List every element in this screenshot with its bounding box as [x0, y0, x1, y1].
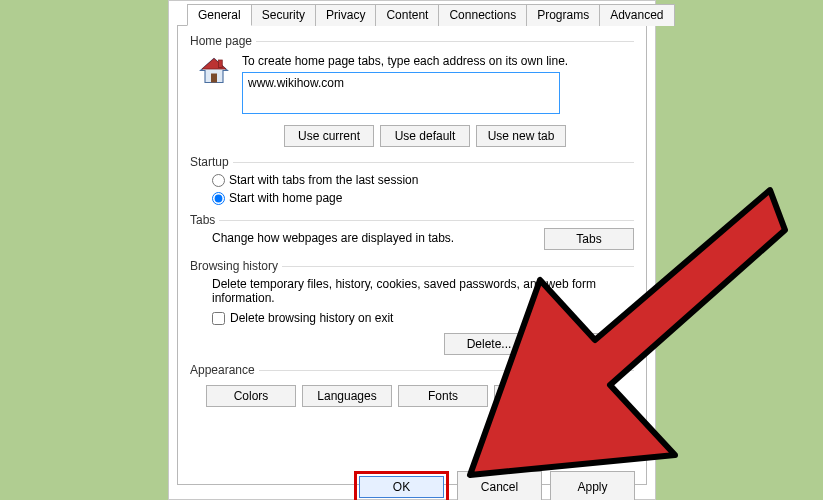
tabs-group: Tabs Change how webpages are displayed i… [190, 213, 634, 251]
use-default-button[interactable]: Use default [380, 125, 470, 147]
homepage-title: Home page [190, 34, 252, 48]
history-desc: Delete temporary files, history, cookies… [212, 277, 634, 305]
tab-connections[interactable]: Connections [438, 4, 527, 26]
fonts-button[interactable]: Fonts [398, 385, 488, 407]
colors-button[interactable]: Colors [206, 385, 296, 407]
homepage-hint: To create home page tabs, type each addr… [242, 54, 568, 68]
tab-security[interactable]: Security [251, 4, 316, 26]
use-current-button[interactable]: Use current [284, 125, 374, 147]
history-settings-button[interactable]: Settings [540, 333, 630, 355]
tab-content[interactable]: Content [375, 4, 439, 26]
startup-home-label: Start with home page [229, 191, 342, 205]
startup-last-session-label: Start with tabs from the last session [229, 173, 418, 187]
tabs-title: Tabs [190, 213, 215, 227]
delete-on-exit-checkbox[interactable] [212, 312, 225, 325]
home-icon [196, 54, 232, 93]
tab-strip: General Security Privacy Content Connect… [187, 4, 653, 26]
use-new-tab-button[interactable]: Use new tab [476, 125, 566, 147]
ok-button[interactable]: OK [359, 476, 444, 498]
svg-rect-3 [219, 60, 223, 68]
startup-last-session-radio[interactable] [212, 174, 225, 187]
tab-advanced[interactable]: Advanced [599, 4, 674, 26]
delete-button[interactable]: Delete... [444, 333, 534, 355]
tabs-desc: Change how webpages are displayed in tab… [212, 231, 544, 245]
languages-button[interactable]: Languages [302, 385, 392, 407]
dialog-buttons: OK Cancel Apply [354, 471, 635, 500]
startup-home-radio[interactable] [212, 192, 225, 205]
history-title: Browsing history [190, 259, 278, 273]
delete-on-exit-label: Delete browsing history on exit [230, 311, 393, 325]
homepage-group: Home page To create home page tabs, type… [190, 34, 634, 147]
apply-button[interactable]: Apply [550, 471, 635, 500]
general-panel: Home page To create home page tabs, type… [177, 25, 647, 485]
tabs-button[interactable]: Tabs [544, 228, 634, 250]
appearance-group: Appearance Colors Languages Fonts Access… [190, 363, 634, 407]
tab-privacy[interactable]: Privacy [315, 4, 376, 26]
ok-highlight: OK [354, 471, 449, 500]
startup-title: Startup [190, 155, 229, 169]
tab-general[interactable]: General [187, 4, 252, 26]
cancel-button[interactable]: Cancel [457, 471, 542, 500]
startup-group: Startup Start with tabs from the last se… [190, 155, 634, 205]
tab-programs[interactable]: Programs [526, 4, 600, 26]
homepage-input[interactable] [242, 72, 560, 114]
accessibility-button[interactable]: Accessibility [494, 385, 584, 407]
history-group: Browsing history Delete temporary files,… [190, 259, 634, 355]
appearance-title: Appearance [190, 363, 255, 377]
internet-options-dialog: General Security Privacy Content Connect… [168, 0, 656, 500]
svg-rect-1 [211, 74, 217, 83]
